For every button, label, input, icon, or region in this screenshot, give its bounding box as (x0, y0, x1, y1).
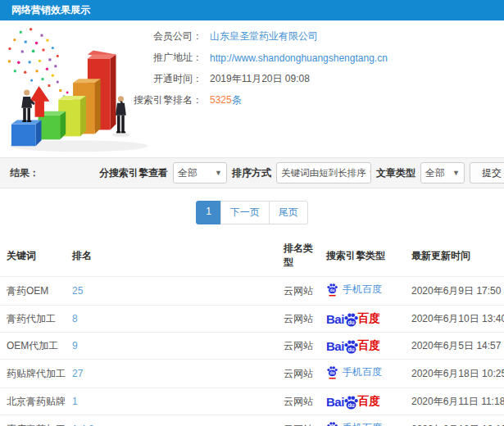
rank-link[interactable]: 1 (72, 396, 78, 407)
rank-link[interactable]: 8 (72, 313, 78, 324)
sort-filter-select[interactable]: 关键词由短到长排序 ▼ (276, 162, 371, 184)
mobile-baidu-badge: du 手机百度 (326, 283, 382, 297)
page-current[interactable]: 1 (196, 201, 221, 224)
keyword-cell: 膏药代加工 (0, 306, 66, 333)
rank-link[interactable]: 27 (72, 368, 83, 379)
baidu-logo-bai: Bai (326, 395, 344, 409)
baidu-paw-icon: du (343, 339, 359, 355)
table-row: 膏药代加工 8 云网站 du 手机百度 Bai (0, 306, 504, 333)
keyword-cell: 枣庄膏药加工 (0, 415, 66, 426)
header-engine-type: 搜索引擎类型 (320, 234, 405, 277)
result-label: 结果： (10, 166, 39, 180)
rank-cell: 1 (66, 388, 277, 415)
svg-text:du: du (347, 402, 354, 408)
page-last[interactable]: 尾页 (269, 201, 308, 224)
chevron-down-icon: ▼ (215, 169, 222, 177)
rank-cell: 1,4,6 (66, 415, 277, 426)
open-time-value: 2019年11月20日 09:08 (210, 72, 310, 86)
results-table: 关键词 排名 排名类型 搜索引擎类型 最新更新时间 膏药OEM 25 云网站 d… (0, 234, 504, 426)
engine-filter-label: 分搜索引擎查看 (99, 166, 168, 180)
mobile-baidu-badge: du 手机百度 (326, 365, 382, 379)
table-row: OEM代加工 9 云网站 du 手机百度 Bai (0, 333, 504, 360)
member-info: 会员公司： 山东皇圣堂药业有限公司 推广地址： http://www.shand… (127, 29, 388, 115)
baidu-logo-cn: 百度 (358, 394, 380, 409)
sort-filter-value: 关键词由短到长排序 (281, 167, 366, 179)
table-row: 药贴牌代加工 27 云网站 du 手机百度 Bai (0, 360, 504, 388)
company-link[interactable]: 山东皇圣堂药业有限公司 (210, 29, 318, 43)
article-type-label: 文章类型 (376, 166, 415, 180)
header-updated: 最新更新时间 (405, 234, 504, 277)
keyword-cell: OEM代加工 (0, 333, 66, 360)
rank-count: 5325 (210, 94, 232, 106)
updated-cell: 2020年6月10日 13:40 (405, 306, 504, 333)
info-section: 会员公司： 山东皇圣堂药业有限公司 推广地址： http://www.shand… (0, 20, 504, 157)
rank-type-cell: 云网站 (277, 333, 320, 360)
engine-rank-label: 搜索引擎排名： (127, 93, 202, 107)
table-row: 膏药OEM 25 云网站 du 手机百度 Bai (0, 277, 504, 306)
chevron-down-icon: ▼ (369, 169, 372, 177)
baidu-paw-icon: du (343, 312, 359, 328)
updated-cell: 2020年6月18日 10:25 (405, 360, 504, 388)
engine-rank-row: 搜索引擎排名： 5325条 (127, 93, 388, 107)
rank-type-cell: 云网站 (277, 388, 320, 415)
company-label: 会员公司： (127, 29, 202, 43)
article-type-value: 全部 (425, 166, 445, 180)
baidu-logo: Bai du 百度 (326, 394, 380, 409)
page-title: 网络营销效果展示 (11, 4, 90, 16)
baidu-logo-bai: Bai (326, 312, 344, 326)
svg-text:du: du (347, 320, 354, 325)
rank-cell: 27 (66, 360, 277, 388)
filter-bar: 结果： 分搜索引擎查看 全部 ▼ 排序方式 关键词由短到长排序 ▼ 文章类型 全… (0, 157, 504, 188)
rank-link[interactable]: 9 (72, 340, 78, 351)
header-keyword: 关键词 (0, 234, 66, 277)
mobile-baidu-badge: du 手机百度 (326, 421, 382, 426)
engine-cell: du 手机百度 Bai du 百度 (320, 415, 405, 426)
baidu-logo: Bai du 百度 (326, 338, 380, 353)
baidu-logo-bai: Bai (326, 339, 344, 353)
engine-filter-select[interactable]: 全部 ▼ (173, 162, 227, 184)
baidu-logo-cn: 百度 (358, 338, 380, 353)
engine-cell: du 手机百度 Bai du 百度 (320, 306, 405, 333)
keyword-cell: 北京膏药贴牌 (0, 388, 66, 415)
baidu-paw-icon: du (343, 395, 359, 410)
engine-cell: du 手机百度 Bai du 百度 (320, 333, 405, 360)
table-row: 枣庄膏药加工 1,4,6 云网站 du 手机百度 Bai (0, 415, 504, 426)
table-row: 北京膏药贴牌 1 云网站 du 手机百度 Bai (0, 388, 504, 415)
article-type-select[interactable]: 全部 ▼ (420, 162, 465, 184)
page-title-bar: 网络营销效果展示 (0, 0, 504, 20)
rank-cell: 9 (66, 333, 277, 360)
businessman-left (21, 89, 34, 122)
header-rank: 排名 (66, 234, 277, 277)
rank-unit: 条 (232, 94, 242, 106)
filter-controls: 分搜索引擎查看 全部 ▼ 排序方式 关键词由短到长排序 ▼ 文章类型 全部 ▼ … (99, 162, 504, 184)
rank-link[interactable]: 25 (72, 285, 83, 297)
bar-blue (11, 120, 42, 147)
rank-type-cell: 云网站 (277, 306, 320, 333)
promo-url-label: 推广地址： (127, 51, 202, 65)
company-row: 会员公司： 山东皇圣堂药业有限公司 (127, 29, 388, 43)
sort-filter-label: 排序方式 (232, 166, 271, 180)
chevron-down-icon: ▼ (452, 169, 460, 177)
engine-filter-value: 全部 (178, 166, 198, 180)
submit-button[interactable]: 提交 (470, 162, 504, 184)
table-header-row: 关键词 排名 排名类型 搜索引擎类型 最新更新时间 (0, 234, 504, 277)
open-time-label: 开通时间： (127, 72, 202, 86)
promo-url-link[interactable]: http://www.shandonghuangshengtang.cn (210, 52, 388, 64)
baidu-paw-icon: du (326, 421, 338, 426)
keyword-cell: 膏药OEM (0, 277, 66, 306)
updated-cell: 2020年6月9日 17:50 (405, 277, 504, 306)
engine-rank-value[interactable]: 5325条 (210, 93, 242, 107)
mobile-baidu-label: 手机百度 (343, 365, 382, 379)
pagination: 1 下一页 尾页 (0, 201, 504, 224)
updated-cell: 2020年6月18日 10:19 (405, 415, 504, 426)
rank-cell: 25 (66, 277, 277, 306)
rank-type-cell: 云网站 (277, 415, 320, 426)
mobile-baidu-label: 手机百度 (343, 421, 382, 426)
baidu-logo-cn: 百度 (358, 311, 380, 326)
page-next[interactable]: 下一页 (220, 201, 270, 224)
open-time-row: 开通时间： 2019年11月20日 09:08 (127, 72, 388, 86)
rank-type-cell: 云网站 (277, 277, 320, 306)
table-body: 膏药OEM 25 云网站 du 手机百度 Bai (0, 277, 504, 426)
promo-url-row: 推广地址： http://www.shandonghuangshengtang.… (127, 51, 388, 65)
header-rank-type: 排名类型 (277, 234, 320, 277)
